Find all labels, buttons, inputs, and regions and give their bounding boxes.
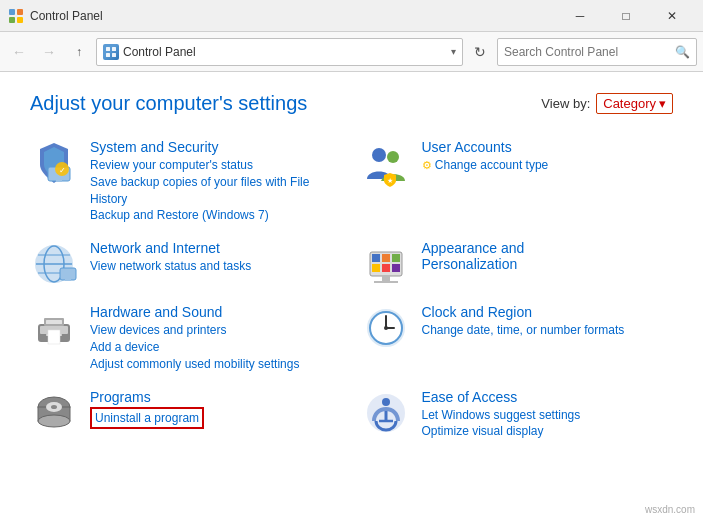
search-box[interactable]: 🔍	[497, 38, 697, 66]
dropdown-arrow: ▾	[659, 96, 666, 111]
appearance-content: Appearance andPersonalization	[422, 240, 674, 274]
category-clock-region: Clock and Region Change date, time, or n…	[362, 304, 674, 372]
maximize-button[interactable]: □	[603, 0, 649, 32]
svg-rect-9	[56, 179, 62, 182]
hardware-sound-link-1[interactable]: View devices and printers	[90, 322, 342, 339]
watermark: wsxdn.com	[645, 504, 695, 515]
svg-point-12	[372, 148, 386, 162]
clock-region-icon	[362, 304, 410, 352]
svg-point-48	[382, 398, 390, 406]
ease-of-access-icon	[362, 389, 410, 437]
view-by-control: View by: Category ▾	[541, 93, 673, 114]
hardware-sound-icon	[30, 304, 78, 352]
svg-rect-20	[60, 268, 76, 280]
hardware-sound-link-3[interactable]: Adjust commonly used mobility settings	[90, 356, 342, 373]
clock-region-content: Clock and Region Change date, time, or n…	[422, 304, 674, 339]
address-bar-icon	[103, 44, 119, 60]
system-security-link-1[interactable]: Review your computer's status	[90, 157, 342, 174]
address-path: Control Panel	[123, 45, 447, 59]
window-title: Control Panel	[30, 9, 103, 23]
category-system-security: ✓ System and Security Review your comput…	[30, 139, 342, 224]
svg-rect-7	[112, 53, 116, 57]
svg-rect-21	[65, 279, 71, 281]
svg-text:★: ★	[387, 177, 393, 184]
svg-rect-2	[9, 17, 15, 23]
clock-region-title[interactable]: Clock and Region	[422, 304, 674, 320]
address-chevron: ▾	[451, 46, 456, 57]
svg-rect-5	[112, 47, 116, 51]
refresh-button[interactable]: ↻	[467, 39, 493, 65]
svg-rect-0	[9, 9, 15, 15]
programs-link-1[interactable]: Uninstall a program	[90, 407, 204, 430]
main-content: Adjust your computer's settings View by:…	[0, 72, 703, 521]
svg-point-13	[387, 151, 399, 163]
view-by-label: View by:	[541, 96, 590, 111]
category-hardware-sound: Hardware and Sound View devices and prin…	[30, 304, 342, 372]
hardware-sound-title[interactable]: Hardware and Sound	[90, 304, 342, 320]
header-row: Adjust your computer's settings View by:…	[30, 92, 673, 115]
ease-of-access-content: Ease of Access Let Windows suggest setti…	[422, 389, 674, 441]
system-security-content: System and Security Review your computer…	[90, 139, 342, 224]
back-button[interactable]: ←	[6, 39, 32, 65]
appearance-icon	[362, 240, 410, 288]
system-security-link-3[interactable]: Backup and Restore (Windows 7)	[90, 207, 342, 224]
svg-text:✓: ✓	[59, 166, 66, 175]
search-input[interactable]	[504, 45, 671, 59]
address-bar: ← → ↑ Control Panel ▾ ↻ 🔍	[0, 32, 703, 72]
svg-point-44	[38, 415, 70, 427]
page-title: Adjust your computer's settings	[30, 92, 307, 115]
svg-rect-29	[382, 276, 390, 281]
user-accounts-content: User Accounts ⚙ Change account type	[422, 139, 674, 174]
svg-rect-35	[46, 320, 62, 324]
up-button[interactable]: ↑	[66, 39, 92, 65]
appearance-title[interactable]: Appearance andPersonalization	[422, 240, 674, 272]
svg-rect-27	[382, 264, 390, 272]
network-internet-link-1[interactable]: View network status and tasks	[90, 258, 342, 275]
clock-region-link-1[interactable]: Change date, time, or number formats	[422, 322, 674, 339]
ease-of-access-link-1[interactable]: Let Windows suggest settings	[422, 407, 674, 424]
network-internet-title[interactable]: Network and Internet	[90, 240, 342, 256]
svg-rect-23	[372, 254, 380, 262]
svg-point-46	[51, 405, 57, 409]
category-user-accounts: ★ User Accounts ⚙ Change account type	[362, 139, 674, 224]
category-dropdown[interactable]: Category ▾	[596, 93, 673, 114]
svg-rect-3	[17, 17, 23, 23]
window-controls: ─ □ ✕	[557, 0, 695, 32]
svg-rect-25	[392, 254, 400, 262]
programs-content: Programs Uninstall a program	[90, 389, 342, 430]
ease-of-access-link-2[interactable]: Optimize visual display	[422, 423, 674, 440]
search-submit-button[interactable]: 🔍	[675, 45, 690, 59]
categories-grid: ✓ System and Security Review your comput…	[30, 139, 673, 440]
svg-rect-28	[392, 264, 400, 272]
ease-of-access-title[interactable]: Ease of Access	[422, 389, 674, 405]
svg-rect-36	[48, 330, 60, 344]
hardware-sound-link-2[interactable]: Add a device	[90, 339, 342, 356]
user-accounts-title[interactable]: User Accounts	[422, 139, 674, 155]
close-button[interactable]: ✕	[649, 0, 695, 32]
system-security-icon: ✓	[30, 139, 78, 187]
svg-rect-1	[17, 9, 23, 15]
svg-rect-4	[106, 47, 110, 51]
svg-rect-26	[372, 264, 380, 272]
category-ease-of-access: Ease of Access Let Windows suggest setti…	[362, 389, 674, 441]
forward-button[interactable]: →	[36, 39, 62, 65]
network-internet-icon	[30, 240, 78, 288]
title-bar-left: Control Panel	[8, 8, 103, 24]
system-security-title[interactable]: System and Security	[90, 139, 342, 155]
svg-rect-30	[374, 281, 398, 283]
hardware-sound-content: Hardware and Sound View devices and prin…	[90, 304, 342, 372]
programs-icon	[30, 389, 78, 437]
control-panel-icon	[8, 8, 24, 24]
svg-point-41	[384, 326, 388, 330]
system-security-link-2[interactable]: Save backup copies of your files with Fi…	[90, 174, 342, 208]
user-accounts-icon: ★	[362, 139, 410, 187]
title-bar: Control Panel ─ □ ✕	[0, 0, 703, 32]
category-programs: Programs Uninstall a program	[30, 389, 342, 441]
programs-title[interactable]: Programs	[90, 389, 342, 405]
category-label: Category	[603, 96, 656, 111]
svg-rect-24	[382, 254, 390, 262]
minimize-button[interactable]: ─	[557, 0, 603, 32]
user-accounts-link-1[interactable]: ⚙ Change account type	[422, 157, 674, 174]
address-field[interactable]: Control Panel ▾	[96, 38, 463, 66]
category-appearance: Appearance andPersonalization	[362, 240, 674, 288]
